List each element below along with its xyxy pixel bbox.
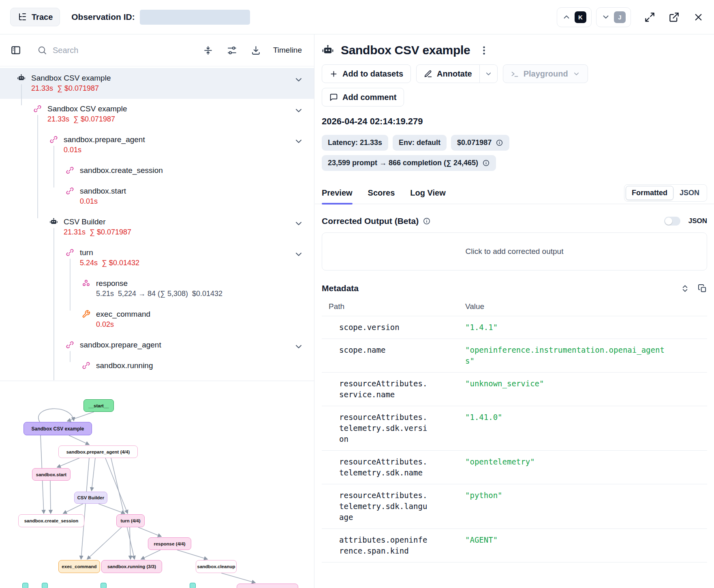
tree-node-label: Sandbox CSV example bbox=[47, 103, 127, 114]
add-to-datasets-button[interactable]: Add to datasets bbox=[322, 64, 411, 83]
playground-label: Playground bbox=[524, 69, 568, 79]
tree-node-text: Sandbox CSV example21.33s ∑ $0.071987 bbox=[31, 72, 111, 94]
metadata-path: resourceAttributes.service.name bbox=[322, 378, 465, 400]
collapse-panel-icon[interactable] bbox=[11, 45, 21, 55]
format-toggle-formatted[interactable]: Formatted bbox=[626, 186, 673, 200]
observation-id-input[interactable] bbox=[140, 10, 250, 25]
graph-node-node[interactable] bbox=[237, 584, 298, 588]
metadata-value: "AGENT" bbox=[465, 535, 667, 556]
graph-node-sandbox-create-session[interactable]: sandbox.create_session bbox=[18, 514, 84, 527]
tree-node-sandbox-prepare-agent[interactable]: sandbox.prepare_agent0.01s bbox=[0, 130, 314, 160]
add-comment-label: Add comment bbox=[342, 93, 396, 102]
span-link-icon bbox=[66, 166, 74, 175]
next-observation-button[interactable]: J bbox=[596, 7, 631, 27]
tree-node-label: sandbox.create_session bbox=[80, 165, 163, 176]
shortcut-key-j: J bbox=[614, 11, 626, 23]
graph-legend-chip bbox=[22, 583, 28, 588]
graph-node-sandbox-running-3-3[interactable]: sandbox.running (3/3) bbox=[101, 560, 162, 573]
kebab-menu-icon[interactable] bbox=[479, 45, 490, 56]
comment-row: Add comment bbox=[322, 88, 707, 107]
trace-type-label: Trace bbox=[32, 13, 53, 22]
timeline-toggle[interactable]: Timeline bbox=[273, 46, 302, 55]
tree-node-sandbox-csv-example[interactable]: Sandbox CSV example21.33s ∑ $0.071987 bbox=[0, 99, 314, 130]
format-toggle-json[interactable]: JSON bbox=[673, 186, 705, 200]
metadata-path: resourceAttributes.telemetry.sdk.name bbox=[322, 456, 465, 478]
chevron-down-icon[interactable] bbox=[294, 249, 304, 259]
span-link-icon bbox=[82, 361, 90, 370]
graph-node-sandbox-start[interactable]: sandbox.start bbox=[32, 468, 71, 481]
chevron-down-icon[interactable] bbox=[294, 106, 304, 115]
search-box[interactable] bbox=[37, 45, 189, 55]
tree-node-metrics: 5.24s ∑ $0.01432 bbox=[80, 258, 139, 268]
view-settings-icon[interactable] bbox=[227, 45, 237, 55]
chevron-down-icon[interactable] bbox=[294, 136, 304, 146]
tab-log-view[interactable]: Log View bbox=[410, 182, 445, 204]
tool-icon bbox=[82, 310, 90, 318]
json-toggle[interactable] bbox=[664, 217, 680, 226]
graph-node-turn-4-4[interactable]: turn (4/4) bbox=[116, 514, 145, 527]
metadata-row: resourceAttributes.telemetry.sdk.name"op… bbox=[322, 450, 707, 484]
unfold-icon[interactable] bbox=[680, 284, 690, 293]
metadata-value: "opentelemetry" bbox=[465, 456, 667, 478]
annotate-dropdown-button[interactable] bbox=[480, 64, 498, 83]
tab-preview[interactable]: Preview bbox=[322, 182, 353, 204]
tree-node-sandbox-create-session[interactable]: sandbox.create_session bbox=[0, 160, 314, 181]
tree-node-sandbox-prepare-agent[interactable]: sandbox.prepare_agent bbox=[0, 335, 314, 356]
copy-icon[interactable] bbox=[698, 284, 707, 293]
prev-observation-button[interactable]: K bbox=[557, 7, 592, 27]
graph-node-start[interactable]: __start__ bbox=[83, 399, 114, 412]
tree-node-sandbox-running[interactable]: sandbox.running bbox=[0, 356, 314, 376]
tree-node-text: Sandbox CSV example21.33s ∑ $0.071987 bbox=[47, 103, 127, 124]
tree-node-turn[interactable]: turn5.24s ∑ $0.01432 bbox=[0, 243, 314, 273]
tab-scores[interactable]: Scores bbox=[368, 182, 395, 204]
tree-node-sandbox-start[interactable]: sandbox.start0.01s bbox=[0, 181, 314, 212]
corrected-output-placeholder[interactable]: Click to add corrected output bbox=[322, 232, 707, 271]
fold-observations-icon[interactable] bbox=[203, 45, 213, 55]
corrected-output-placeholder-text: Click to add corrected output bbox=[466, 247, 564, 256]
span-link-icon bbox=[33, 104, 42, 113]
metadata-table-header: Path Value bbox=[322, 299, 707, 316]
expand-icon[interactable] bbox=[644, 12, 655, 23]
trace-tree-panel: Timeline Sandbox CSV example21.33s ∑ $0.… bbox=[0, 34, 314, 588]
graph-node-response-4-4[interactable]: response (4/4) bbox=[148, 537, 191, 550]
trace-title: Sandbox CSV example bbox=[341, 44, 470, 56]
close-icon[interactable] bbox=[693, 12, 704, 23]
chevron-down-icon[interactable] bbox=[294, 219, 304, 228]
metadata-value: "python" bbox=[465, 490, 667, 523]
chevron-down-icon[interactable] bbox=[294, 342, 304, 352]
tree-node-metrics: 0.01s bbox=[80, 196, 126, 207]
badge-label: 23,599 prompt → 866 completion (∑ 24,465… bbox=[328, 159, 478, 167]
annotate-button[interactable]: Annotate bbox=[416, 64, 480, 83]
tree-node-sandbox-csv-example[interactable]: Sandbox CSV example21.33s ∑ $0.071987 bbox=[0, 68, 314, 99]
span-link-icon bbox=[66, 248, 74, 257]
metadata-value-column-header: Value bbox=[465, 302, 707, 311]
chevron-down-icon bbox=[573, 70, 580, 78]
search-input[interactable] bbox=[53, 46, 130, 55]
playground-button[interactable]: Playground bbox=[503, 64, 588, 83]
tree-node-csv-builder[interactable]: CSV Builder21.31s ∑ $0.071987 bbox=[0, 212, 314, 243]
graph-node-sandbox-cleanup[interactable]: sandbox.cleanup bbox=[196, 560, 237, 573]
add-comment-button[interactable]: Add comment bbox=[322, 88, 404, 107]
badge-token-usage: 23,599 prompt → 866 completion (∑ 24,465… bbox=[322, 155, 496, 171]
badge-environment: Env: default bbox=[393, 135, 447, 151]
graph-node-csv-builder[interactable]: CSV Builder bbox=[74, 492, 107, 504]
graph-node-exec-command[interactable]: exec_command bbox=[58, 560, 100, 573]
metadata-value: "1.4.1" bbox=[465, 322, 667, 333]
trace-type-chip[interactable]: Trace bbox=[10, 8, 60, 26]
download-icon[interactable] bbox=[251, 45, 261, 55]
graph-legend-chip bbox=[190, 583, 196, 588]
corrected-output-header: Corrected Output (Beta) JSON bbox=[322, 216, 707, 226]
tree-guide-line bbox=[21, 84, 22, 105]
open-in-new-icon[interactable] bbox=[669, 12, 680, 23]
badge-cost: $0.071987 bbox=[451, 135, 509, 151]
chevron-down-icon[interactable] bbox=[294, 75, 304, 85]
graph-node-sandbox-csv-example[interactable]: Sandbox CSV example bbox=[24, 422, 92, 435]
metadata-row: resourceAttributes.telemetry.sdk.languag… bbox=[322, 484, 707, 528]
tree-node-turn[interactable]: turn5.58s ∑ $0.01877 bbox=[0, 376, 314, 380]
tree-node-text: response5.21s 5,224 → 84 (∑ 5,308) $0.01… bbox=[96, 278, 222, 299]
tree-node-exec-command[interactable]: exec_command0.02s bbox=[0, 304, 314, 335]
detail-tabs: PreviewScoresLog View FormattedJSON bbox=[315, 182, 714, 204]
info-icon bbox=[482, 159, 490, 167]
tree-node-response[interactable]: response5.21s 5,224 → 84 (∑ 5,308) $0.01… bbox=[0, 273, 314, 304]
graph-node-sandbox-prepare-agent-4-4[interactable]: sandbox.prepare_agent (4/4) bbox=[58, 445, 138, 458]
